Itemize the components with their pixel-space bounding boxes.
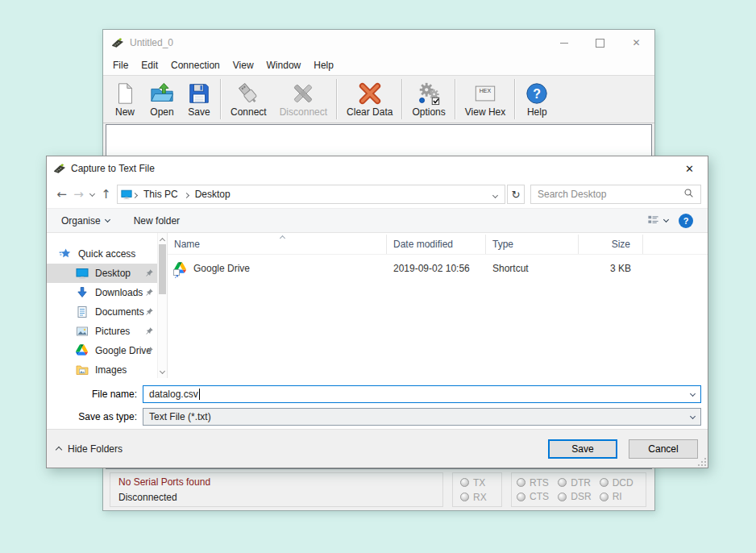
- save-button[interactable]: Save: [548, 439, 617, 459]
- help-button[interactable]: ? Help: [518, 77, 555, 122]
- view-hex-button[interactable]: HEX View Hex: [459, 77, 512, 122]
- breadcrumb-this-pc[interactable]: This PC: [138, 185, 184, 203]
- dialog-help-button[interactable]: ?: [679, 214, 693, 228]
- desktop-icon: [76, 267, 89, 280]
- sidebar-item-pictures[interactable]: Pictures: [47, 322, 157, 341]
- scroll-down-icon[interactable]: [160, 368, 165, 374]
- scrollbar-thumb[interactable]: [159, 244, 166, 294]
- address-dropdown-icon[interactable]: [493, 189, 497, 200]
- sidebar-item-desktop[interactable]: Desktop: [47, 264, 157, 283]
- maximize-button[interactable]: [582, 30, 618, 56]
- save-as-type-select[interactable]: Text File (*.txt): [143, 408, 701, 426]
- toolbar-separator: [401, 79, 403, 119]
- menu-help[interactable]: Help: [307, 56, 340, 75]
- file-browser: Quick access Desktop Downloads: [47, 233, 708, 378]
- sidebar-scrollbar[interactable]: [157, 233, 167, 378]
- disconnect-button[interactable]: Disconnect: [273, 77, 334, 122]
- cts-led-icon: [517, 493, 525, 501]
- save-as-type-row: Save as type: Text File (*.txt): [47, 408, 708, 426]
- file-size: 3 KB: [579, 263, 643, 274]
- rx-led-icon: [460, 493, 469, 501]
- menu-window[interactable]: Window: [260, 56, 308, 75]
- cts-indicator: CTS: [517, 491, 558, 502]
- help-icon: ?: [525, 81, 549, 106]
- column-type[interactable]: Type: [486, 235, 579, 254]
- chevron-down-icon: [105, 217, 110, 222]
- up-button[interactable]: ↑: [98, 185, 114, 204]
- view-mode-button[interactable]: [647, 214, 668, 228]
- images-folder-icon: [76, 364, 89, 376]
- navigation-bar: ← → ↑ This PC Desktop ↻ Search Desktop: [47, 181, 708, 208]
- window-title: Untitled_0: [130, 37, 546, 48]
- google-drive-icon: [76, 344, 89, 357]
- back-button[interactable]: ←: [53, 185, 70, 204]
- ri-indicator: RI: [600, 491, 641, 502]
- column-date-modified[interactable]: Date modified: [387, 235, 486, 254]
- command-bar: Organise New folder ?: [47, 208, 708, 233]
- save-button[interactable]: Save: [181, 77, 218, 122]
- new-folder-button[interactable]: New folder: [134, 215, 180, 227]
- rts-led-icon: [517, 478, 525, 487]
- search-input[interactable]: Search Desktop: [530, 185, 701, 204]
- address-bar[interactable]: This PC Desktop: [117, 185, 505, 204]
- sidebar-item-downloads[interactable]: Downloads: [47, 283, 157, 302]
- breadcrumb-desktop[interactable]: Desktop: [189, 185, 236, 203]
- sidebar-item-documents[interactable]: Documents: [47, 302, 157, 322]
- titlebar[interactable]: Untitled_0 ✕: [103, 30, 654, 56]
- chevron-down-icon[interactable]: [690, 413, 696, 418]
- dsr-led-icon: [558, 493, 567, 501]
- chevron-down-icon[interactable]: [690, 390, 696, 396]
- organise-menu-button[interactable]: Organise: [61, 215, 110, 227]
- sidebar-item-google-drive[interactable]: Google Drive: [47, 341, 157, 360]
- breadcrumb-separator-icon: [133, 189, 137, 200]
- button-label: Clear Data: [347, 106, 393, 118]
- menu-connection[interactable]: Connection: [164, 56, 226, 75]
- new-button[interactable]: New: [106, 77, 143, 122]
- new-file-icon: [113, 81, 137, 106]
- save-as-type-value: Text File (*.txt): [149, 411, 211, 422]
- file-name: Google Drive: [193, 263, 250, 274]
- tx-led-icon: [460, 478, 469, 487]
- column-headers: Name Date modified Type Size: [168, 235, 708, 255]
- button-label: Open: [150, 106, 173, 118]
- forward-button[interactable]: →: [70, 185, 87, 204]
- recent-locations-dropdown[interactable]: [87, 193, 98, 196]
- scroll-up-icon[interactable]: [160, 238, 165, 243]
- button-label: Save: [188, 106, 210, 118]
- dialog-titlebar[interactable]: Capture to Text File ✕: [47, 156, 708, 181]
- close-button[interactable]: ✕: [618, 30, 654, 56]
- file-date: 2019-09-02 10:56: [387, 263, 486, 274]
- button-label: Connect: [231, 106, 267, 118]
- tx-indicator: TX: [460, 477, 501, 489]
- ri-led-icon: [600, 493, 609, 501]
- file-name-value: datalog.csv: [149, 389, 198, 400]
- svg-text:HEX: HEX: [480, 88, 492, 94]
- file-name-input[interactable]: datalog.csv: [143, 385, 701, 403]
- menu-edit[interactable]: Edit: [135, 56, 164, 75]
- file-list: Name Date modified Type Size Google Driv…: [167, 233, 708, 378]
- dialog-close-button[interactable]: ✕: [671, 156, 708, 181]
- chevron-down-icon: [663, 217, 669, 222]
- resize-grip[interactable]: [698, 458, 706, 466]
- shortcut-arrow-icon: [173, 269, 180, 276]
- menu-file[interactable]: File: [106, 56, 135, 75]
- menu-view[interactable]: View: [226, 56, 260, 75]
- toolbar: New Open Save Connect Disconnect: [103, 75, 654, 123]
- quick-access-star-icon: [59, 247, 72, 260]
- hide-folders-button[interactable]: Hide Folders: [56, 443, 123, 455]
- pin-icon: [145, 268, 154, 277]
- minimize-button[interactable]: [546, 30, 582, 56]
- open-button[interactable]: Open: [143, 77, 181, 122]
- clear-data-button[interactable]: Clear Data: [340, 77, 399, 122]
- connect-button[interactable]: Connect: [224, 77, 273, 122]
- file-row-google-drive[interactable]: Google Drive 2019-09-02 10:56 Shortcut 3…: [168, 259, 708, 278]
- sidebar-item-quick-access[interactable]: Quick access: [47, 244, 157, 264]
- column-size[interactable]: Size: [579, 235, 643, 254]
- options-button[interactable]: Options: [405, 77, 451, 122]
- column-name[interactable]: Name: [168, 235, 387, 254]
- rx-indicator: RX: [460, 492, 501, 503]
- cancel-button[interactable]: Cancel: [629, 439, 698, 459]
- refresh-button[interactable]: ↻: [507, 185, 525, 204]
- sidebar-item-images[interactable]: Images: [47, 360, 157, 380]
- search-placeholder: Search Desktop: [538, 189, 683, 200]
